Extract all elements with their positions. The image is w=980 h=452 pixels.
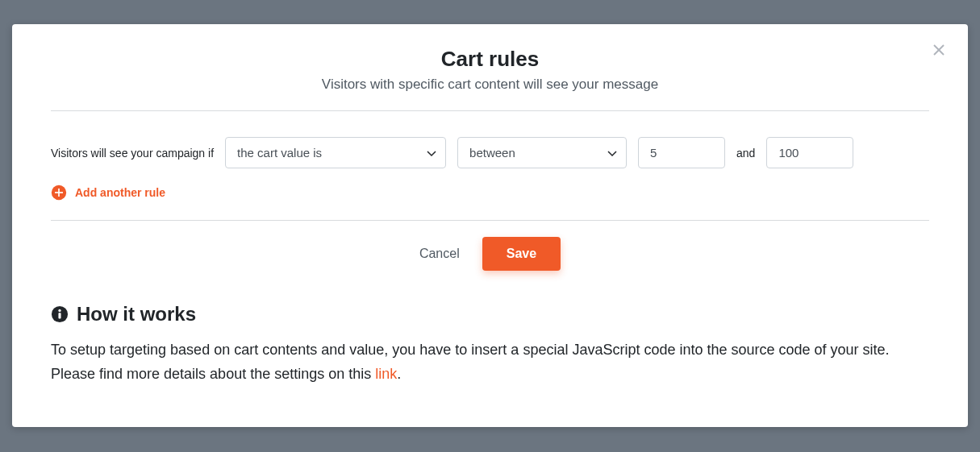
save-button[interactable]: Save [482, 237, 561, 271]
svg-rect-4 [55, 192, 63, 193]
rule-label: Visitors will see your campaign if [51, 147, 214, 160]
modal-actions: Cancel Save [51, 221, 929, 295]
add-another-rule-button[interactable]: Add another rule [51, 185, 929, 220]
svg-rect-7 [58, 313, 60, 318]
rule-row: Visitors will see your campaign if the c… [51, 111, 929, 185]
how-it-works-link[interactable]: link [375, 366, 397, 382]
cancel-button[interactable]: Cancel [419, 247, 460, 261]
cart-rules-modal: Cart rules Visitors with specific cart c… [12, 24, 968, 427]
modal-title: Cart rules [51, 47, 929, 72]
value-from-input[interactable] [638, 137, 725, 168]
plus-circle-icon [51, 185, 67, 201]
operator-select-wrap: between [457, 137, 627, 168]
close-icon [932, 44, 945, 56]
modal-subtitle: Visitors with specific cart content will… [51, 77, 929, 93]
how-it-works-text: To setup targeting based on cart content… [51, 338, 929, 386]
value-to-input[interactable] [766, 137, 853, 168]
add-rule-label: Add another rule [75, 186, 165, 199]
operator-select[interactable]: between [457, 137, 627, 168]
how-text-after: . [397, 366, 401, 382]
and-label: and [736, 147, 755, 160]
close-button[interactable] [932, 42, 945, 60]
how-text-before: To setup targeting based on cart content… [51, 342, 890, 382]
how-it-works-header: How it works [51, 303, 929, 326]
info-icon [51, 305, 69, 323]
condition-select[interactable]: the cart value is [225, 137, 446, 168]
svg-point-6 [58, 309, 60, 312]
how-it-works-section: How it works To setup targeting based on… [51, 303, 929, 386]
condition-select-wrap: the cart value is [225, 137, 446, 168]
how-it-works-title: How it works [77, 303, 196, 326]
